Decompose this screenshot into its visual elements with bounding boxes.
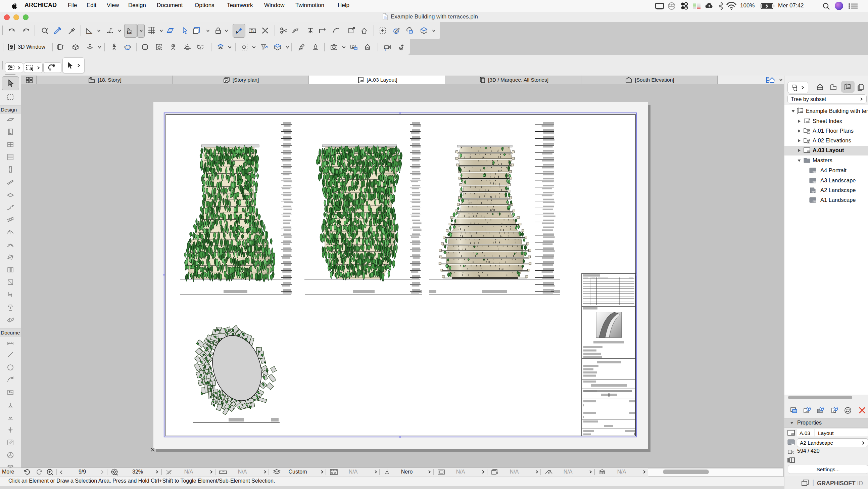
svg-text:XY: XY — [128, 31, 131, 34]
svg-text:12: 12 — [251, 30, 254, 33]
